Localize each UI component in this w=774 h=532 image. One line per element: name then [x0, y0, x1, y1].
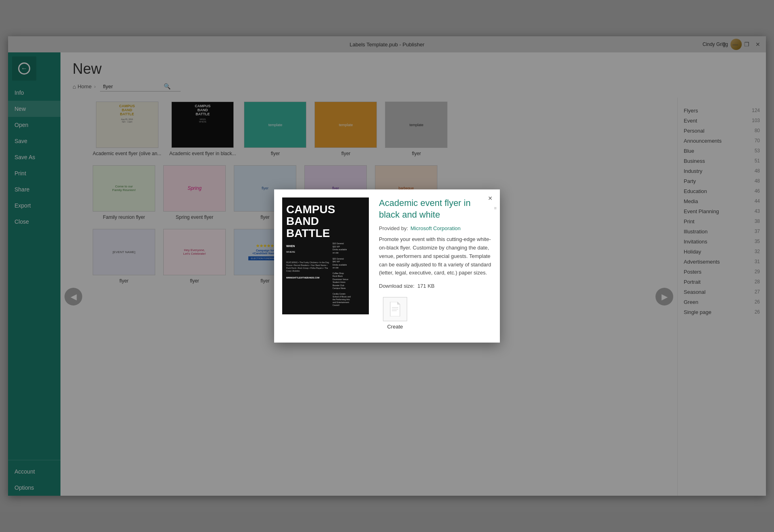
preview-title: CAMPUSBANDBATTLE: [286, 204, 365, 239]
preview-credits: Coffee ShopRock BlockDowntown VenueStude…: [333, 272, 365, 290]
svg-marker-1: [397, 302, 400, 304]
modal-preview-image: CAMPUSBANDBATTLE WHEN WHERE FEATURING • …: [282, 197, 369, 314]
create-icon: [383, 297, 407, 321]
template-detail-modal: × ≡ CAMPUSBANDBATTLE WHEN WHERE: [274, 189, 500, 343]
preview-columns: WHEN WHERE FEATURING • The Funky Chicken…: [286, 242, 365, 307]
download-label: Download size:: [379, 283, 414, 289]
document-icon: [389, 302, 402, 316]
modal-preview: CAMPUSBANDBATTLE WHEN WHERE FEATURING • …: [282, 197, 371, 335]
preview-school: Cecilia CorwinSchool of Music andthe Per…: [333, 293, 365, 307]
modal-provided-by: Provided by: Microsoft Corporation: [379, 225, 492, 231]
modal-template-title: Academic event flyer in black and white: [379, 197, 492, 220]
preview-featuring: FEATURING • The Funky Chickens • In the …: [286, 261, 329, 272]
preview-black-bg: CAMPUSBANDBATTLE WHEN WHERE FEATURING • …: [282, 197, 369, 314]
preview-where: WHERE: [286, 251, 329, 253]
preview-left-col: WHEN WHERE FEATURING • The Funky Chicken…: [286, 242, 329, 307]
download-size-value: 171 KB: [417, 283, 435, 289]
modal-close-button[interactable]: ×: [485, 193, 495, 203]
preview-pricing: $10 General$20 VIPDrinks availableon sit…: [333, 242, 365, 270]
create-button[interactable]: Create: [379, 297, 411, 330]
provider-link[interactable]: Microsoft Corporation: [410, 225, 460, 231]
preview-right-col: $10 General$20 VIPDrinks availableon sit…: [333, 242, 365, 307]
modal-body: CAMPUSBANDBATTLE WHEN WHERE FEATURING • …: [274, 189, 500, 343]
modal-download-size: Download size: 171 KB: [379, 283, 492, 289]
create-label: Create: [387, 324, 403, 330]
modal-overlay[interactable]: × ≡ CAMPUSBANDBATTLE WHEN WHERE: [0, 0, 774, 532]
provided-by-label: Provided by:: [379, 225, 408, 231]
preview-when: WHEN: [286, 245, 329, 247]
modal-description: Promote your event with this cutting-edg…: [379, 235, 492, 277]
preview-website: WWW.BATTLEOFTHEBANDS.COM: [286, 276, 329, 279]
modal-scroll-indicator: ≡: [494, 206, 497, 210]
modal-info: Academic event flyer in black and white …: [379, 197, 492, 335]
